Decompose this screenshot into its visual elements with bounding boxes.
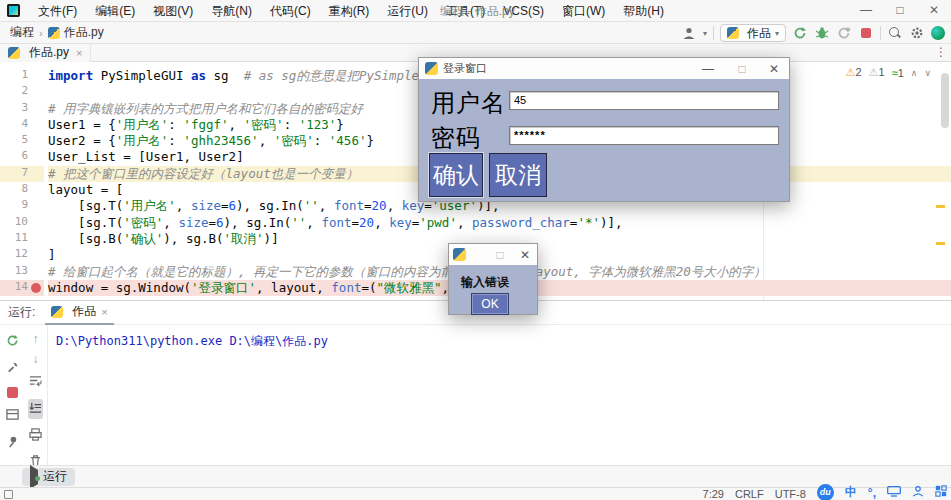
file-encoding[interactable]: UTF-8	[775, 488, 806, 500]
caret-position[interactable]: 7:29	[703, 488, 724, 500]
ok-button[interactable]: OK	[471, 293, 509, 315]
menu-item-1[interactable]: 编辑(E)	[86, 0, 144, 22]
ime-punctuation-mode[interactable]: °,	[868, 486, 876, 500]
error-close-button[interactable]: ✕	[513, 248, 537, 262]
gutter-line[interactable]: 3	[0, 101, 44, 117]
run-tab-close-icon[interactable]: ×	[101, 306, 107, 318]
print-icon[interactable]	[29, 427, 42, 445]
gutter-line[interactable]: 2	[0, 84, 44, 100]
debug-button[interactable]	[814, 25, 830, 41]
gutter-line[interactable]: 8	[0, 182, 44, 198]
prev-problem-icon[interactable]: ∧	[911, 68, 918, 78]
status-bar: 7:29 CRLF UTF-8 du 中 °,	[0, 487, 951, 500]
ime-user-icon[interactable]	[912, 485, 924, 500]
soft-wrap-icon[interactable]	[29, 373, 42, 391]
gutter[interactable]: 1234567891011121314	[0, 68, 44, 296]
menu-item-9[interactable]: 窗口(W)	[553, 0, 614, 22]
tab-close-icon[interactable]: ×	[76, 47, 82, 59]
run-toolbar-console: ↑ ↓	[24, 325, 48, 465]
layout-settings-icon[interactable]	[6, 407, 19, 425]
ime-language-mode[interactable]: 中	[845, 484, 857, 500]
maximize-button[interactable]: □	[883, 0, 917, 22]
modify-run-config-icon[interactable]	[6, 360, 19, 378]
warning-stripe-mark[interactable]	[936, 205, 945, 208]
console-output[interactable]: D:\Python311\python.exe D:\编程\作品.py	[56, 333, 943, 350]
tab-options-icon[interactable]: ⋮	[935, 45, 947, 59]
toolwindow-toggle-icon[interactable]	[4, 490, 13, 499]
breakpoint-dot[interactable]	[31, 283, 41, 293]
ime-keyboard-icon[interactable]	[887, 486, 901, 500]
gutter-line[interactable]: 7	[0, 166, 44, 182]
pycharm-logo-icon	[7, 4, 20, 17]
user-dropdown-icon[interactable]: ▾	[703, 29, 707, 38]
gutter-line[interactable]: 5	[0, 133, 44, 149]
login-minimize-button[interactable]: —	[691, 62, 725, 76]
ime-toolbox-grid-icon[interactable]	[935, 485, 947, 500]
error-maximize-button[interactable]: □	[487, 248, 513, 262]
python-file-icon	[51, 306, 63, 318]
menu-item-2[interactable]: 视图(V)	[144, 0, 202, 22]
run-toolwindow-button[interactable]: 运行	[22, 468, 75, 486]
menu-item-6[interactable]: 运行(U)	[378, 0, 437, 22]
inspections-widget[interactable]: ⚠2 ⚠1 ≈1 ∧ ∨	[842, 65, 935, 80]
gutter-line[interactable]: 4	[0, 117, 44, 133]
gutter-line[interactable]: 11	[0, 231, 44, 247]
title-bar: 文件(F)编辑(E)视图(V)导航(N)代码(C)重构(R)运行(U)工具(T)…	[0, 0, 951, 22]
up-stacktrace-icon[interactable]: ↑	[33, 333, 39, 345]
editor-scrollbar[interactable]	[941, 73, 949, 128]
pin-icon[interactable]	[6, 434, 19, 452]
cancel-button[interactable]: 取消	[489, 153, 547, 197]
error-message: 输入错误	[461, 274, 509, 291]
password-label: 密码	[431, 122, 481, 154]
warning-icon: ⚠	[846, 66, 856, 78]
gutter-line[interactable]: 12	[0, 247, 44, 263]
settings-gear-icon[interactable]	[909, 25, 925, 41]
gutter-line[interactable]: 9	[0, 198, 44, 214]
password-input[interactable]: ******	[509, 126, 779, 145]
pysimplegui-icon	[453, 248, 466, 261]
gutter-line[interactable]: 10	[0, 215, 44, 231]
down-stacktrace-icon[interactable]: ↓	[33, 353, 39, 365]
next-problem-icon[interactable]: ∨	[924, 68, 931, 78]
warning-stripe-mark[interactable]	[936, 242, 945, 245]
username-input[interactable]: 45	[509, 91, 779, 110]
tab-file[interactable]: 作品.py ×	[0, 44, 91, 62]
weak-warning-icon: ⚠	[869, 66, 879, 78]
run-tab[interactable]: 作品 ×	[45, 301, 113, 325]
run-tool-window: 运行: 作品 × ↑ ↓ D:\Python311\python.exe D:\…	[0, 300, 951, 465]
gutter-line[interactable]: 13	[0, 264, 44, 280]
pycharm-window: 文件(F)编辑(E)视图(V)导航(N)代码(C)重构(R)运行(U)工具(T)…	[0, 0, 951, 500]
username-label: 用户名	[431, 87, 506, 119]
menu-item-5[interactable]: 重构(R)	[320, 0, 379, 22]
menu-item-10[interactable]: 帮助(H)	[614, 0, 673, 22]
close-button[interactable]: ✕	[917, 0, 951, 22]
stop-button[interactable]	[858, 25, 874, 41]
breadcrumb-project[interactable]: 编程	[10, 24, 34, 41]
stop-icon[interactable]	[7, 387, 18, 398]
gutter-line[interactable]: 1	[0, 68, 44, 84]
scroll-to-end-icon[interactable]	[28, 399, 43, 419]
minimize-button[interactable]: —	[849, 0, 883, 22]
rerun-icon[interactable]	[6, 333, 19, 351]
error-title-bar[interactable]: □ ✕	[449, 244, 537, 265]
confirm-button[interactable]: 确认	[429, 153, 483, 197]
login-maximize-button[interactable]: □	[725, 62, 759, 76]
search-everywhere-icon[interactable]	[887, 25, 903, 41]
profiler-button[interactable]	[836, 25, 852, 41]
login-body: 用户名 45 密码 ****** 确认 取消	[419, 79, 789, 201]
line-separator[interactable]: CRLF	[735, 488, 764, 500]
run-config-selector[interactable]: 作品 ▾	[720, 24, 786, 42]
gutter-line[interactable]: 14	[0, 280, 44, 296]
gutter-line[interactable]: 6	[0, 149, 44, 165]
user-profile-icon[interactable]	[681, 25, 697, 41]
ide-plugin-logo-icon[interactable]	[931, 26, 945, 40]
baidu-ime-logo-icon[interactable]: du	[817, 484, 834, 500]
menu-item-3[interactable]: 导航(N)	[202, 0, 261, 22]
login-close-button[interactable]: ✕	[759, 62, 789, 76]
login-title-bar[interactable]: 登录窗口 — □ ✕	[419, 58, 789, 79]
menu-bar: 文件(F)编辑(E)视图(V)导航(N)代码(C)重构(R)运行(U)工具(T)…	[29, 0, 673, 22]
breadcrumb-file[interactable]: 作品.py	[64, 24, 104, 41]
rerun-button[interactable]	[792, 25, 808, 41]
menu-item-4[interactable]: 代码(C)	[261, 0, 320, 22]
menu-item-0[interactable]: 文件(F)	[29, 0, 86, 22]
